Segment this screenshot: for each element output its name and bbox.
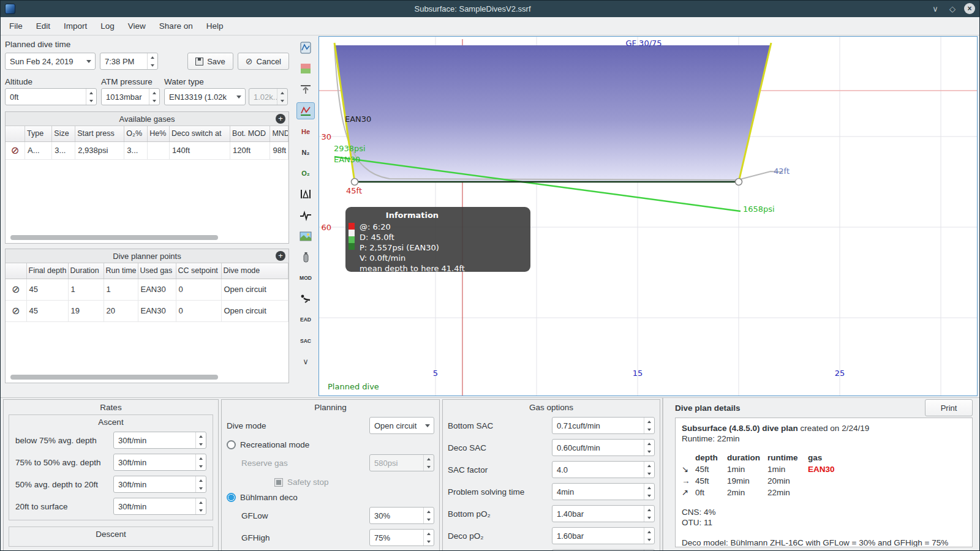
- scrollbar-thumb[interactable]: [10, 235, 218, 240]
- cancel-button[interactable]: ⊘ Cancel: [238, 53, 289, 70]
- menu-edit[interactable]: Edit: [29, 18, 57, 34]
- delete-point-icon[interactable]: ⊘: [12, 285, 20, 294]
- mod-icon[interactable]: MOD: [296, 269, 315, 287]
- add-gas-button[interactable]: +: [276, 114, 285, 124]
- dive-date-select[interactable]: Sun Feb 24, 2019: [5, 53, 96, 70]
- rate-spinbox[interactable]: 30ft/min: [113, 432, 206, 449]
- spinner-arrows[interactable]: [644, 550, 654, 550]
- spinner-arrows[interactable]: [195, 498, 206, 514]
- bottom-po2-spinbox[interactable]: 1.40bar: [552, 505, 655, 522]
- menu-file[interactable]: File: [2, 18, 29, 34]
- delete-gas-icon[interactable]: ⊘: [11, 146, 19, 156]
- print-button[interactable]: Print: [925, 399, 973, 416]
- diver-icon[interactable]: [296, 290, 315, 307]
- spinner-arrows[interactable]: [644, 528, 654, 544]
- dive-mode-select[interactable]: Open circuit: [369, 417, 434, 434]
- spinner-arrows[interactable]: [86, 89, 96, 105]
- maximize-button[interactable]: ◇: [947, 3, 958, 14]
- altitude-spinbox[interactable]: 0ft: [5, 88, 97, 105]
- best-mix-end-spinbox[interactable]: 98ft: [552, 549, 655, 550]
- gas-table-row[interactable]: ⊘ A... 3... 2,938psi 3... 140ft 120ft 98…: [6, 141, 288, 159]
- add-point-button[interactable]: +: [276, 251, 285, 261]
- radio-recreational-mode[interactable]: Recreational mode: [227, 440, 434, 449]
- gases-header-row: Type Size Start press O₂% He% Deco switc…: [6, 126, 288, 141]
- spinner-arrows[interactable]: [149, 89, 159, 105]
- spinner-arrows[interactable]: [644, 484, 654, 500]
- menu-view[interactable]: View: [121, 18, 153, 34]
- menu-import[interactable]: Import: [57, 18, 94, 34]
- spinner-arrows[interactable]: [644, 462, 654, 478]
- pp-o2-icon[interactable]: O₂: [296, 165, 315, 182]
- dive-plan-text: Subsurface (4.8.5.0) dive plan created o…: [675, 418, 973, 547]
- atm-pressure-spinbox[interactable]: 1013mbar: [101, 88, 160, 105]
- col-deco-switch: Deco switch at: [170, 126, 230, 141]
- dive-time-spinbox[interactable]: 7:38 PM: [100, 53, 158, 70]
- bottom-sac-spinbox[interactable]: 0.71cuft/min: [552, 417, 655, 434]
- profile-svg[interactable]: GF 30/75 EAN30 2938psi EAN30 45ft 42ft 1…: [319, 37, 977, 395]
- delete-point-icon[interactable]: ⊘: [12, 306, 20, 316]
- rate-spinbox[interactable]: 30ft/min: [113, 454, 206, 471]
- gfhigh-spinbox[interactable]: 75%: [369, 529, 434, 546]
- planner-point-row[interactable]: ⊘ 45 19 20 EAN30 0 Open circuit: [6, 300, 288, 321]
- profile-handle[interactable]: [352, 179, 358, 186]
- spinner-arrows[interactable]: [147, 53, 157, 69]
- spinner-arrows[interactable]: [644, 506, 654, 522]
- spinner-arrows[interactable]: [423, 530, 434, 545]
- panel-splitter[interactable]: [662, 398, 663, 550]
- sac-icon[interactable]: SAC: [296, 332, 315, 350]
- gas-type: A...: [25, 141, 52, 159]
- points-horizontal-scrollbar[interactable]: [10, 375, 284, 380]
- profile-graph-toggle-icon[interactable]: [296, 102, 315, 119]
- spinner-arrows[interactable]: [423, 508, 434, 523]
- deco-sac-spinbox[interactable]: 0.60cuft/min: [552, 439, 655, 456]
- menu-share-on[interactable]: Share on: [153, 18, 200, 34]
- dive-computer-icon[interactable]: [296, 39, 315, 56]
- rate-spinbox[interactable]: 30ft/min: [113, 498, 206, 515]
- dive-mode-label: Dive mode: [227, 421, 369, 430]
- col-used-gas: Used gas: [138, 263, 176, 279]
- save-button[interactable]: Save: [187, 53, 233, 70]
- environment-controls-row: 0ft 1013mbar EN13319 (1.02k 1.02k...: [5, 88, 289, 105]
- spinner-arrows[interactable]: [644, 418, 654, 433]
- heart-rate-icon[interactable]: [296, 207, 315, 224]
- time-tick-5: 5: [433, 369, 438, 378]
- radio-buhlmann-deco[interactable]: Bühlmann deco: [227, 493, 434, 502]
- gas-option-row: Problem solving time 4min: [448, 483, 655, 500]
- tooltip-swatch-darkgreen: [349, 243, 355, 250]
- minimize-button[interactable]: ∨: [930, 3, 941, 14]
- mean-depth-icon[interactable]: [296, 81, 315, 98]
- planner-point-row[interactable]: ⊘ 45 1 1 EAN30 0 Open circuit: [6, 279, 288, 300]
- ead-icon[interactable]: EAD: [296, 311, 315, 328]
- spinner-arrows[interactable]: [195, 476, 206, 492]
- deco-sac-label: Deco SAC: [448, 443, 552, 452]
- close-button[interactable]: ×: [964, 3, 975, 14]
- seg-depth: 45ft: [695, 475, 727, 487]
- gases-horizontal-scrollbar[interactable]: [10, 235, 284, 240]
- chevron-down-icon: [83, 60, 95, 63]
- menu-help[interactable]: Help: [200, 18, 230, 34]
- pp-n2-icon[interactable]: N₂: [296, 144, 315, 161]
- toolbar-scroll-down-icon[interactable]: ∨: [296, 353, 315, 370]
- spinner-arrows[interactable]: [195, 454, 206, 470]
- tank-bar-icon[interactable]: [296, 249, 315, 266]
- deco-po2-spinbox[interactable]: 1.60bar: [552, 527, 655, 544]
- profile-handle[interactable]: [736, 179, 742, 186]
- spinner-arrows[interactable]: [644, 440, 654, 455]
- dive-profile-chart[interactable]: GF 30/75 EAN30 2938psi EAN30 45ft 42ft 1…: [318, 36, 978, 396]
- photos-icon[interactable]: [296, 228, 315, 245]
- deco-ceiling-icon[interactable]: [296, 60, 315, 77]
- pp-he-icon[interactable]: He: [296, 123, 315, 140]
- menu-log[interactable]: Log: [94, 18, 121, 34]
- time-tick-25: 25: [835, 369, 845, 378]
- scrollbar-thumb[interactable]: [10, 375, 218, 380]
- water-type-select[interactable]: EN13319 (1.02k: [164, 88, 246, 105]
- planning-panel: Planning Dive mode Open circuit Recreati…: [221, 399, 440, 550]
- spinner-arrows[interactable]: [195, 432, 206, 448]
- gflow-spinbox[interactable]: 30%: [369, 507, 434, 524]
- problem-time-spinbox[interactable]: 4min: [552, 483, 655, 500]
- water-density-spinbox: 1.02k...: [249, 88, 288, 105]
- rate-spinbox[interactable]: 30ft/min: [113, 476, 206, 493]
- profile-toolbar: He N₂ O₂ MOD EAD SAC ∨: [293, 36, 318, 397]
- sac-factor-spinbox[interactable]: 4.0: [552, 461, 655, 478]
- tissue-saturation-icon[interactable]: [296, 186, 315, 203]
